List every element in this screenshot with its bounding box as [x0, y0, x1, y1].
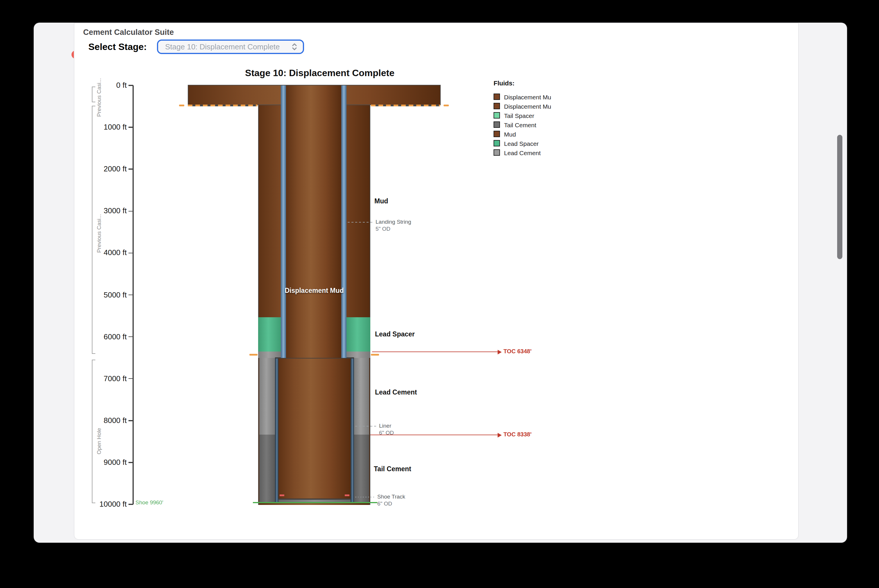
hole-section-label: Open Hole — [95, 408, 102, 454]
bracket-line — [92, 106, 92, 354]
toc-lead-line — [372, 351, 497, 352]
lead-cement-label: Lead Cement — [375, 389, 417, 396]
stage-select-value: Stage 10: Displacement Complete — [165, 42, 291, 51]
select-stage-label: Select Stage: — [89, 42, 147, 52]
legend-item-label: Mud — [504, 130, 516, 137]
legend-item: Lead Cement — [494, 148, 541, 157]
shoe-track-od: 6" OD — [377, 500, 392, 506]
stage-select[interactable]: Stage 10: Displacement Complete — [157, 39, 304, 54]
casing-shoe-dash-far-right — [443, 105, 449, 106]
landing-string-wall-left — [281, 86, 286, 358]
lead-spacer-label: Lead Spacer — [375, 331, 415, 338]
axis-tick — [128, 252, 133, 254]
legend-item: Lead Spacer — [494, 139, 539, 148]
bracket-end — [92, 353, 95, 354]
legend-item: Displacement Mu — [494, 101, 551, 111]
toc-lead-label: TOC 6348' — [503, 348, 532, 354]
float-marker-left — [279, 495, 284, 496]
screen: Cement Calculator Suite Select Stage: St… — [0, 0, 879, 588]
casing-shoe-dashes-right — [371, 105, 440, 106]
window-title: Cement Calculator Suite — [83, 28, 174, 37]
lead-cement-casing-left — [258, 351, 281, 358]
tail-cement-annulus-left — [259, 435, 275, 503]
legend-item-label: Tail Cement — [504, 121, 536, 128]
legend-swatch-icon — [494, 140, 500, 146]
bracket-line — [92, 360, 92, 503]
axis-tick — [128, 169, 133, 170]
float-marker-right — [345, 495, 349, 496]
landing-string-interior-mud — [286, 86, 341, 358]
axis-tick — [128, 336, 133, 337]
axis-tick — [128, 85, 133, 86]
legend-swatch-icon — [494, 131, 500, 137]
landing-string-callout: Landing String — [376, 218, 411, 225]
lead-cement-annulus-right — [354, 358, 369, 435]
lead-cement-casing-right — [347, 351, 370, 358]
casing-shoe-dash-far-left — [179, 105, 184, 106]
legend-swatch-icon — [494, 103, 500, 109]
displacement-mud-label: Displacement Mud — [270, 287, 358, 294]
rathole-strip — [259, 503, 369, 505]
tail-cement-annulus-right — [354, 435, 369, 503]
liner-od: 6" OD — [379, 429, 394, 435]
legend-item-label: Lead Cement — [504, 149, 541, 156]
lead-cement-annulus-left — [259, 358, 275, 435]
axis-tick — [128, 378, 133, 379]
shoe-track-callout: Shoe Track — [377, 493, 405, 500]
bracket-line — [92, 87, 92, 102]
legend-item: Tail Cement — [494, 120, 536, 129]
bracket-end — [92, 106, 95, 106]
casing-shoe-dashes-left — [188, 105, 257, 106]
legend-swatch-icon — [494, 122, 500, 128]
axis-tick — [128, 295, 133, 296]
bracket-end — [92, 87, 95, 87]
axis-tick — [128, 504, 133, 505]
legend-item-label: Displacement Mu — [504, 93, 551, 100]
tail-cement-label: Tail Cement — [374, 465, 411, 472]
chevron-up-down-icon — [291, 42, 298, 51]
landing-string-wall-right — [341, 86, 347, 358]
toc-lead-arrowhead-icon — [497, 350, 502, 354]
landing-string-leader — [348, 222, 374, 222]
bracket-end — [92, 502, 95, 503]
prev-casing-shoe-dash-right — [371, 354, 379, 355]
plot-title: Stage 10: Displacement Complete — [145, 68, 494, 78]
axis-tick — [128, 462, 133, 463]
hole-section-label: Previous Casi... — [95, 70, 102, 117]
toc-tail-label: TOC 8338' — [503, 431, 532, 438]
liner-wall-left — [275, 358, 278, 502]
legend-item: Displacement Mu — [494, 92, 551, 101]
legend-swatch-icon — [494, 93, 500, 100]
shoe-depth-label: Shoe 9960' — [135, 499, 163, 506]
toc-tail-arrowhead-icon — [497, 433, 502, 437]
legend-item-label: Displacement Mu — [504, 102, 551, 110]
bracket-end — [92, 360, 95, 360]
lead-spacer-annulus-left — [258, 317, 281, 351]
legend-title: Fluids: — [494, 80, 514, 87]
legend-item: Mud — [494, 129, 516, 139]
axis-tick — [128, 420, 133, 421]
axis-tick — [128, 127, 133, 128]
bracket-end — [92, 102, 95, 102]
mud-label: Mud — [374, 198, 388, 204]
liner-interior-mud — [278, 358, 350, 499]
legend-item-label: Tail Spacer — [504, 112, 534, 119]
hole-section-label: Previous Casi... — [95, 206, 102, 253]
shoe-track-leader — [355, 496, 375, 497]
legend-item: Tail Spacer — [494, 111, 534, 120]
liner-callout: Liner — [379, 422, 391, 429]
prev-casing-shoe-dash-left — [249, 354, 257, 355]
axis-tick — [128, 211, 133, 212]
liner-leader — [355, 426, 377, 426]
liner-wall-right — [350, 358, 354, 502]
scrollbar-thumb[interactable] — [837, 135, 842, 259]
legend-item-label: Lead Spacer — [504, 140, 539, 147]
landing-string-od: 5" OD — [376, 225, 391, 231]
legend-swatch-icon — [494, 112, 500, 118]
lead-spacer-annulus-right — [347, 317, 370, 351]
legend-swatch-icon — [494, 149, 500, 156]
